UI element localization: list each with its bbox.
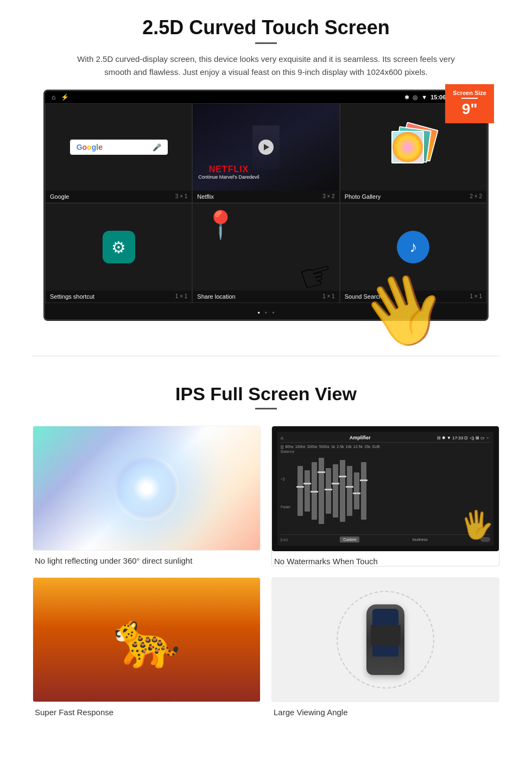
eq-bar-10[interactable] — [361, 462, 366, 520]
eq-bar-6[interactable] — [333, 464, 338, 518]
status-bar: ⌂ ⚡ ✱ ◎ ▼ 15:06 ⊡ ◁) ⊠ ▭ — [45, 91, 487, 103]
amp-custom-btn[interactable]: Custom — [340, 537, 359, 542]
netflix-brand: NETFLIX Continue Marvel's Daredevil — [198, 165, 259, 180]
section-curved-screen: 2.5D Curved Touch Screen With 2.5D curve… — [0, 0, 532, 334]
sound-search-app-size: 1 × 1 — [470, 293, 482, 300]
location-icon: ◎ — [413, 94, 418, 101]
netflix-app-label: Netflix — [197, 193, 214, 200]
cheetah-emoji: 🐆 — [113, 608, 181, 672]
feature-amplifier-label: No Watermarks When Touch — [272, 557, 499, 566]
play-triangle-icon — [264, 144, 269, 150]
amp-freq-labels: ||| 60hz 100hz 200hz 500hz 1k 2.5k 10k 1… — [281, 445, 490, 449]
eq-slider-6 — [332, 483, 339, 484]
feature-sunlight: No light reflecting under 360° direct su… — [33, 426, 261, 566]
eq-bar-5[interactable] — [326, 468, 331, 514]
eq-slider-4 — [318, 471, 325, 473]
eq-bar-8[interactable] — [347, 466, 352, 515]
status-time: 15:06 — [430, 94, 446, 100]
gallery-app-label: Photo Gallery — [345, 193, 381, 200]
amp-prev-icon[interactable]: |◁◁ — [281, 538, 287, 542]
eq-slider-2 — [303, 483, 311, 484]
car-roof-panel — [371, 625, 401, 646]
eq-slider-3 — [311, 491, 318, 493]
amplifier-image: ⌂ Amplifier ⊟ ✱ ▼ 17:33 ⊡ ◁) ⊠ ▭ ← ||| 6… — [272, 426, 499, 551]
google-cell-content: Google 🎤 — [46, 104, 192, 191]
google-logo: Google — [77, 143, 103, 152]
car-image — [271, 577, 499, 702]
photo-card-3 — [391, 131, 424, 163]
car-rear-window — [372, 646, 398, 657]
eq-section: Balance ◁) Fader — [281, 450, 490, 532]
netflix-logo-text: NETFLIX — [198, 165, 259, 174]
cheetah-bg: 🐆 — [33, 578, 260, 702]
badge-divider-line — [461, 98, 478, 99]
eq-bar-2[interactable] — [305, 470, 310, 512]
car-body — [366, 604, 404, 675]
gear-icon: ⚙ — [111, 238, 126, 257]
share-location-app-size: 1 × 1 — [322, 293, 335, 300]
netflix-cell[interactable]: NETFLIX Continue Marvel's Daredevil Netf… — [192, 103, 339, 203]
share-cell-content: 📍 ☞ — [193, 204, 339, 291]
sunlight-image — [33, 426, 261, 551]
app-grid-row1: Google 🎤 Google 3 × 1 — [45, 103, 487, 203]
settings-cell[interactable]: ⚙ Settings shortcut 1 × 1 — [45, 203, 192, 303]
netflix-label-bar: Netflix 3 × 2 — [193, 191, 339, 203]
google-app-label: Google — [50, 193, 69, 200]
photo-stack — [391, 125, 435, 169]
flower-image — [392, 132, 423, 162]
screen-size-badge: Screen Size 9" — [445, 84, 494, 123]
netflix-subtitle: Continue Marvel's Daredevil — [198, 174, 259, 180]
settings-icon-bg: ⚙ — [103, 231, 135, 263]
google-label-bar: Google 3 × 1 — [46, 191, 192, 203]
eq-slider-7 — [339, 476, 346, 477]
amp-title: Amplifier — [350, 435, 371, 440]
play-button[interactable] — [258, 140, 274, 155]
sun-glow-effect — [114, 456, 179, 521]
settings-app-size: 1 × 1 — [175, 293, 188, 300]
usb-icon: ⚡ — [61, 93, 69, 101]
badge-label: Screen Size — [453, 90, 486, 96]
amp-home-icon: ⌂ — [281, 436, 283, 440]
eq-slider-9 — [353, 493, 360, 494]
section-divider — [33, 356, 499, 356]
settings-cell-content: ⚙ — [46, 204, 192, 291]
title-divider — [255, 42, 277, 44]
status-left: ⌂ ⚡ — [52, 93, 69, 101]
amp-bottom-bar: |◁◁ Custom loudness — [281, 534, 490, 542]
hand-pointing-icon: ☞ — [294, 250, 339, 291]
share-location-app-label: Share location — [197, 293, 235, 300]
google-search-bar[interactable]: Google 🎤 — [70, 140, 168, 155]
feature-amplifier: ⌂ Amplifier ⊟ ✱ ▼ 17:33 ⊡ ◁) ⊠ ▭ ← ||| 6… — [271, 426, 499, 566]
feature-cheetah-label: Super Fast Response — [33, 708, 261, 717]
settings-label-bar: Settings shortcut 1 × 1 — [46, 291, 192, 302]
wifi-icon: ▼ — [421, 94, 427, 100]
eq-bar-4[interactable] — [319, 458, 324, 524]
google-app-size: 3 × 1 — [175, 193, 188, 200]
amp-header: ⌂ Amplifier ⊟ ✱ ▼ 17:33 ⊡ ◁) ⊠ ▭ ← — [281, 435, 490, 443]
section1-description: With 2.5D curved-display screen, this de… — [76, 53, 456, 79]
feature-car: Large Viewing Angle — [271, 577, 499, 717]
feature-cheetah: 🐆 Super Fast Response — [33, 577, 261, 717]
eq-labels: Balance ◁) Fader — [281, 450, 296, 532]
eq-bar-9[interactable] — [354, 472, 359, 509]
google-cell[interactable]: Google 🎤 Google 3 × 1 — [45, 103, 192, 203]
netflix-cell-content: NETFLIX Continue Marvel's Daredevil — [193, 104, 339, 191]
share-location-cell[interactable]: 📍 ☞ Share location 1 × 1 — [192, 203, 339, 303]
netflix-bg: NETFLIX Continue Marvel's Daredevil — [193, 104, 339, 191]
device-mockup: Screen Size 9" ⌂ ⚡ ✱ ◎ ▼ 15:06 ⊡ ◁) ⊠ — [43, 90, 489, 321]
home-icon[interactable]: ⌂ — [52, 93, 55, 101]
eq-slider-8 — [346, 486, 353, 488]
eq-bar-3[interactable] — [312, 462, 317, 520]
eq-slider-5 — [325, 489, 332, 490]
bluetooth-icon: ✱ — [404, 94, 409, 101]
sunlight-visual — [33, 426, 260, 550]
badge-size: 9" — [453, 100, 486, 118]
feature-grid: No light reflecting under 360° direct su… — [33, 426, 499, 717]
eq-bar-7[interactable] — [340, 460, 345, 522]
section2-title: IPS Full Screen View — [33, 383, 499, 405]
section1-title: 2.5D Curved Touch Screen — [33, 16, 499, 39]
eq-slider-10 — [360, 480, 368, 481]
eq-bar-1[interactable] — [297, 466, 303, 515]
netflix-app-size: 3 × 2 — [322, 193, 335, 200]
car-container — [331, 585, 440, 694]
